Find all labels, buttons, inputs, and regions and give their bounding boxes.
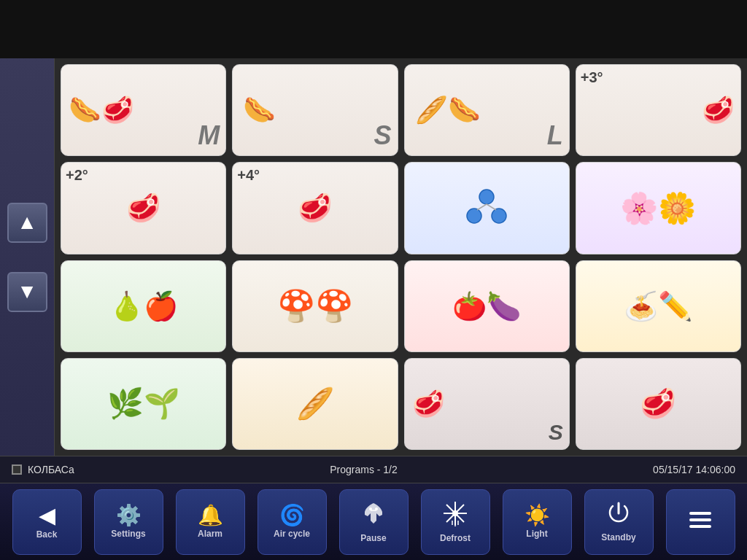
svg-rect-16	[689, 512, 711, 515]
list-item[interactable]: 🥖🌭 L	[404, 64, 570, 156]
list-item[interactable]: 🌭🥩 M	[61, 64, 226, 156]
list-item[interactable]: +4° 🥩	[232, 162, 398, 254]
air-cycle-button[interactable]: 🌀 Air cycle	[258, 489, 327, 555]
standby-label: Standby	[601, 532, 635, 542]
top-border	[0, 0, 747, 58]
list-item[interactable]: +2° 🥩	[61, 162, 226, 254]
scroll-down-button[interactable]: ▼	[7, 272, 47, 312]
list-item[interactable]: 🥩	[576, 358, 741, 450]
air-cycle-label: Air cycle	[274, 529, 310, 539]
defrost-icon	[442, 500, 468, 530]
list-item[interactable]: 🌿🌱	[61, 358, 226, 450]
status-left: КОЛБАСа	[12, 464, 74, 475]
device-name: КОЛБАСа	[28, 464, 74, 475]
list-item[interactable]: 🌸🌼	[576, 162, 741, 254]
status-bar: КОЛБАСа Programs - 1/2 05/15/17 14:06:00	[0, 456, 747, 483]
list-item[interactable]: 🍅🍆	[404, 260, 570, 352]
datetime-display: 05/15/17 14:06:00	[653, 464, 735, 475]
menu-button[interactable]	[666, 489, 735, 555]
alarm-icon: 🔔	[198, 505, 223, 526]
fan-icon: 🌀	[279, 505, 305, 526]
settings-button[interactable]: ⚙️ Settings	[94, 489, 163, 555]
alarm-button[interactable]: 🔔 Alarm	[176, 489, 245, 555]
light-icon: ☀️	[525, 505, 550, 526]
pause-icon	[360, 500, 387, 530]
pause-button[interactable]: Pause	[339, 489, 409, 555]
light-label: Light	[526, 529, 547, 539]
svg-rect-18	[689, 525, 711, 528]
list-item[interactable]: 🍄🍄	[232, 260, 398, 352]
main-area: ▲ ▼ 🌭🥩 M 🌭 S 🥖🌭 L +3° 🥩	[0, 58, 747, 456]
defrost-button[interactable]: Defrost	[421, 489, 490, 555]
standby-button[interactable]: Standby	[584, 489, 654, 555]
svg-point-1	[467, 209, 481, 223]
list-item[interactable]: +3° 🥩	[576, 64, 741, 156]
list-item[interactable]: 🥩 S	[404, 358, 570, 450]
alarm-label: Alarm	[198, 529, 222, 539]
food-grid: 🌭🥩 M 🌭 S 🥖🌭 L +3° 🥩 +2°	[55, 58, 747, 456]
back-button[interactable]: ◀ Back	[12, 489, 82, 555]
hamburger-icon	[688, 509, 713, 534]
light-button[interactable]: ☀️ Light	[503, 489, 572, 555]
scroll-up-button[interactable]: ▲	[7, 203, 47, 243]
list-item[interactable]: 🌭 S	[232, 64, 398, 156]
nav-sidebar: ▲ ▼	[0, 58, 55, 456]
power-icon	[606, 501, 631, 529]
gear-icon: ⚙️	[116, 505, 142, 526]
settings-label: Settings	[111, 529, 145, 539]
svg-line-3	[477, 204, 487, 210]
list-item[interactable]: 🍝✏️	[576, 260, 741, 352]
svg-rect-17	[689, 518, 711, 521]
svg-point-12	[452, 510, 458, 516]
back-icon: ◀	[39, 505, 55, 526]
list-item[interactable]: 🥖	[232, 358, 398, 450]
svg-point-2	[492, 209, 506, 223]
status-indicator	[12, 464, 22, 475]
svg-line-4	[487, 204, 496, 210]
toolbar: ◀ Back ⚙️ Settings 🔔 Alarm 🌀 Air cycle P…	[0, 483, 747, 560]
back-label: Back	[36, 529, 58, 540]
list-item[interactable]	[404, 162, 570, 254]
list-item[interactable]: 🍐🍎	[61, 260, 226, 352]
defrost-label: Defrost	[440, 533, 471, 543]
pause-label: Pause	[360, 533, 386, 543]
program-info: Programs - 1/2	[330, 464, 398, 475]
svg-point-0	[479, 190, 494, 204]
